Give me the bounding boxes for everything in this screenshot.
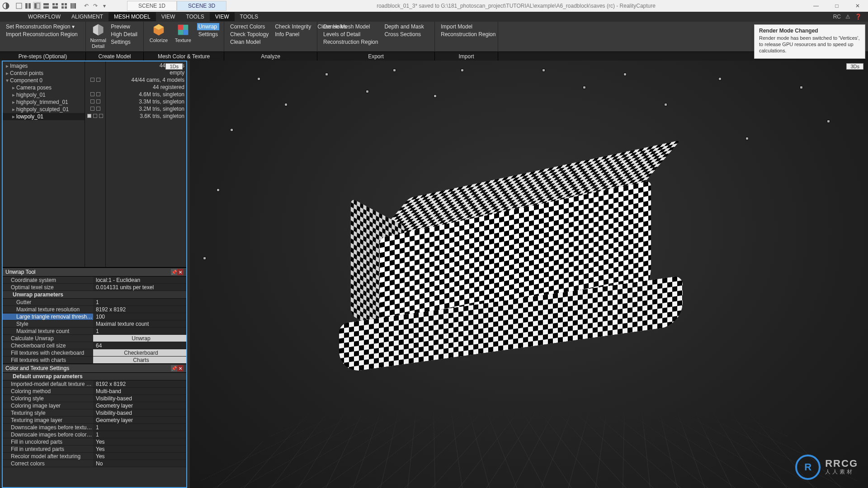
layout-3-icon[interactable]: [33, 2, 41, 10]
tree-component-0[interactable]: ▾Component 0: [3, 77, 85, 84]
downscale-col-value[interactable]: 1: [93, 431, 186, 438]
depth-and-mask[interactable]: Depth and Mask: [383, 23, 425, 30]
badge-1ds[interactable]: 1Ds: [165, 63, 183, 70]
fill-untextured-value[interactable]: Yes: [93, 446, 186, 452]
vis-component-0[interactable]: [85, 76, 105, 83]
warning-icon[interactable]: ⚠: [845, 14, 850, 20]
layout-5-icon[interactable]: [51, 2, 59, 10]
texture[interactable]: Texture: [171, 23, 195, 43]
recolor-label: Recolor model after texturing: [3, 453, 93, 460]
texturing-layer-value[interactable]: Geometry layer: [93, 417, 186, 423]
coloring-layer-value[interactable]: Geometry layer: [93, 402, 186, 409]
pin-icon[interactable]: 📌: [171, 269, 177, 275]
optimal-texel-value[interactable]: 0.014131 units per texel: [93, 284, 186, 291]
default-unwrap-sub: Default unwrap parameters: [3, 373, 186, 380]
layout-1-icon[interactable]: [15, 2, 23, 10]
checkerboard-button[interactable]: Checkerboard: [93, 349, 186, 356]
imp-tex-value[interactable]: 8192 x 8192: [93, 380, 186, 387]
max-tex-count-value[interactable]: 1: [93, 328, 186, 334]
check-topology[interactable]: Check Topology: [229, 31, 270, 38]
layout-2-icon[interactable]: [24, 2, 32, 10]
checker-size-value[interactable]: 64: [93, 342, 186, 349]
svg-rect-6: [43, 3, 49, 5]
toast-render-mode[interactable]: Render Mode Changed Render mode has been…: [754, 24, 865, 59]
close-icon-2[interactable]: ✕: [177, 365, 184, 371]
minimize-button[interactable]: —: [806, 0, 826, 12]
coloring-style-value[interactable]: Visibility-based: [93, 395, 186, 402]
menu-mesh-model[interactable]: MESH MODEL: [108, 12, 156, 21]
info-cp: empty: [106, 70, 184, 77]
tree-images[interactable]: ▸Images: [3, 62, 85, 70]
high-detail[interactable]: High Detail: [109, 31, 139, 38]
import-recon-region[interactable]: Import Reconstruction Region: [5, 31, 79, 38]
coloring-method-value[interactable]: Multi-band: [93, 388, 186, 394]
help-icon[interactable]: ❓: [855, 14, 862, 20]
normal-detail[interactable]: Normal Detail: [89, 23, 108, 49]
downscale-tex-value[interactable]: 1: [93, 424, 186, 431]
correct-colors[interactable]: Correct Colors: [229, 23, 270, 30]
preview[interactable]: Preview: [109, 23, 139, 30]
menu-view-2[interactable]: VIEW: [210, 12, 235, 21]
tree-camera-poses[interactable]: ▸Camera poses: [3, 84, 85, 91]
undo-icon[interactable]: ↶: [82, 2, 90, 10]
close-icon[interactable]: ✕: [177, 269, 184, 275]
max-tex-res-value[interactable]: 8192 x 8192: [93, 306, 186, 313]
vis-highpoly-sculpted[interactable]: [85, 105, 105, 112]
info-panel[interactable]: Info Panel: [274, 31, 312, 38]
tree-lowpoly-01[interactable]: ▸lowpoly_01: [3, 113, 85, 120]
dropdown-icon[interactable]: ▾: [100, 2, 108, 10]
tab-scene-3d[interactable]: SCENE 3D: [177, 1, 226, 11]
import-model[interactable]: Import Model: [439, 23, 497, 30]
rc-label: RC: [833, 14, 841, 20]
levels-of-detail[interactable]: Levels of Detail: [322, 31, 379, 38]
layout-6-icon[interactable]: [60, 2, 68, 10]
check-integrity[interactable]: Check Integrity: [274, 23, 312, 30]
large-tri-value[interactable]: 100: [93, 313, 186, 320]
tree-highpoly-sculpted[interactable]: ▸highpoly_sculpted_01: [3, 106, 85, 113]
recolor-value[interactable]: Yes: [93, 453, 186, 460]
menu-tools-2[interactable]: TOOLS: [235, 12, 264, 21]
gutter-value[interactable]: 1: [93, 299, 186, 305]
menu-workflow[interactable]: WORKFLOW: [23, 12, 66, 21]
menu-tools-1[interactable]: TOOLS: [180, 12, 209, 21]
toast-body: Render mode has been switched to 'Vertic…: [759, 35, 860, 54]
charts-button[interactable]: Charts: [93, 357, 186, 363]
tab-scene-1d[interactable]: SCENE 1D: [127, 1, 177, 11]
colorize[interactable]: Colorize: [146, 23, 171, 43]
create-settings[interactable]: Settings: [109, 38, 139, 46]
meshcolor-settings[interactable]: Settings: [197, 31, 219, 38]
style-value[interactable]: Maximal texture count: [93, 320, 186, 327]
texturing-style-value[interactable]: Visibility-based: [93, 409, 186, 416]
pin-icon-2[interactable]: 📌: [171, 365, 177, 371]
tree-highpoly-trimmed[interactable]: ▸highpoly_trimmed_01: [3, 99, 85, 106]
tree-highpoly-01[interactable]: ▸highpoly_01: [3, 91, 85, 99]
window-controls: — □ ✕: [806, 0, 868, 12]
viewport-3d[interactable]: 3Ds R RRCG 人人素材: [190, 61, 868, 488]
unwrap[interactable]: Unwrap: [197, 23, 219, 30]
set-recon-region[interactable]: Set Reconstruction Region ▾: [5, 23, 79, 30]
vis-lowpoly-01[interactable]: [85, 112, 105, 119]
maximize-button[interactable]: □: [826, 0, 847, 12]
cross-sections[interactable]: Cross Sections: [383, 31, 425, 38]
clean-model[interactable]: Clean Model: [229, 38, 270, 46]
redo-icon[interactable]: ↷: [91, 2, 99, 10]
fill-uncolored-value[interactable]: Yes: [93, 438, 186, 445]
correct-colors-label: Correct colors: [3, 460, 93, 467]
dense-mesh-model[interactable]: Dense Mesh Model: [322, 23, 379, 30]
correct-colors-value[interactable]: No: [93, 460, 186, 467]
coord-system-value[interactable]: local:1 - Euclidean: [93, 277, 186, 283]
imp-tex-label: Imported-model default texture re…: [3, 381, 93, 387]
layout-switcher[interactable]: ↶ ↷ ▾: [14, 2, 109, 10]
close-button[interactable]: ✕: [847, 0, 868, 12]
layout-4-icon[interactable]: [42, 2, 50, 10]
menu-view-1[interactable]: VIEW: [156, 12, 181, 21]
vis-highpoly-01[interactable]: [85, 90, 105, 98]
layout-7-icon[interactable]: [69, 2, 77, 10]
info-comp0: 44/44 cams, 4 models: [106, 77, 184, 84]
import-recon-region-2[interactable]: Reconstruction Region: [439, 31, 497, 38]
vis-highpoly-trimmed[interactable]: [85, 98, 105, 105]
menu-alignment[interactable]: ALIGNMENT: [66, 12, 108, 21]
export-recon-region[interactable]: Reconstruction Region: [322, 38, 379, 46]
unwrap-button[interactable]: Unwrap: [93, 335, 186, 342]
tree-control-points[interactable]: ▸Control points: [3, 70, 85, 77]
